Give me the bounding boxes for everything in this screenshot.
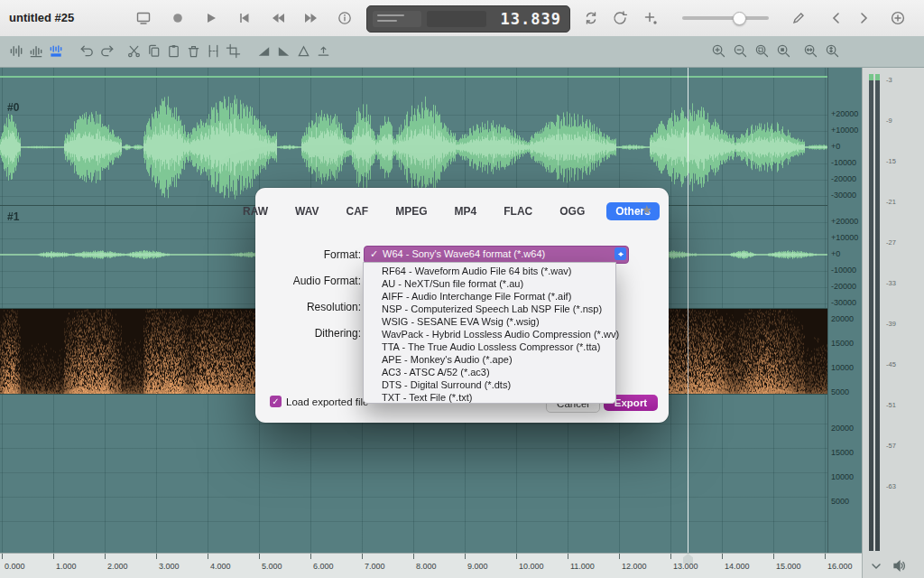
record-button[interactable] xyxy=(170,10,186,26)
meter-scale-label: -3 xyxy=(886,76,892,84)
undo-button[interactable] xyxy=(79,43,95,59)
add-marker-button[interactable] xyxy=(642,10,659,26)
fade-out-button[interactable] xyxy=(276,43,291,59)
check-icon: ✓ xyxy=(272,396,279,406)
add-track-button[interactable] xyxy=(890,10,906,26)
zoom-vertical-button[interactable] xyxy=(825,43,840,59)
rewind-button[interactable] xyxy=(270,10,286,26)
paste-button[interactable] xyxy=(166,43,181,59)
waveform-view-icon xyxy=(9,43,24,59)
trim-button[interactable] xyxy=(206,43,221,59)
repeat-button[interactable] xyxy=(612,10,628,26)
ruler-tick-label: 4.000 xyxy=(210,562,231,571)
zoom-horizontal-icon xyxy=(803,43,818,59)
edit-cursor-button[interactable] xyxy=(790,10,807,26)
amplify-button[interactable] xyxy=(296,43,311,59)
ruler-tick xyxy=(568,554,568,559)
format-option[interactable]: TTA - The True Audio Lossless Compressor… xyxy=(364,340,615,353)
playhead[interactable] xyxy=(688,67,688,553)
format-option[interactable]: NSP - Computerized Speech Lab NSP File (… xyxy=(364,303,615,315)
export-dialog: RAW WAV CAF MPEG MP4 FLAC OGG Others ★ F… xyxy=(255,188,669,423)
delete-button[interactable] xyxy=(186,43,201,59)
ruler-tick xyxy=(310,554,311,559)
lcd-text-bar xyxy=(377,14,404,16)
format-option[interactable]: APE - Monkey's Audio (*.ape) xyxy=(364,353,615,366)
check-icon: ✓ xyxy=(370,247,378,261)
time-display[interactable]: 13.839 xyxy=(366,5,570,33)
tab-wav[interactable]: WAV xyxy=(290,202,324,220)
nav-back-button[interactable] xyxy=(828,10,845,26)
favorite-star-icon[interactable]: ★ xyxy=(641,202,652,217)
ruler-tick xyxy=(722,554,723,559)
meter-scale-label: -57 xyxy=(886,442,896,450)
track-label-1: #1 xyxy=(7,210,19,223)
format-option[interactable]: AIFF - Audio Interchange File Format (*.… xyxy=(364,290,615,303)
lcd-text-bar xyxy=(377,20,397,22)
tab-ogg[interactable]: OGG xyxy=(554,202,590,220)
redo-button[interactable] xyxy=(99,43,115,59)
fade-in-button[interactable] xyxy=(256,43,272,59)
volume-slider[interactable] xyxy=(682,16,769,20)
frequency-grid-track1 xyxy=(0,424,827,523)
format-option[interactable]: TXT - Text File (*.txt) xyxy=(364,391,615,404)
combined-view-button[interactable] xyxy=(49,43,64,59)
nav-forward-button[interactable] xyxy=(855,10,872,26)
crop-button[interactable] xyxy=(226,43,241,59)
volume-slider-thumb[interactable] xyxy=(733,12,746,25)
format-option[interactable]: RF64 - Waveform Audio File 64 bits (*.wa… xyxy=(364,265,615,277)
trim-icon xyxy=(206,43,221,59)
format-option[interactable]: WavPack - Hybrid Lossless Audio Compress… xyxy=(364,328,615,340)
spectrogram-view-icon xyxy=(29,43,44,59)
waveform-view-button[interactable] xyxy=(9,43,24,59)
zoom-horizontal-button[interactable] xyxy=(803,43,818,59)
format-option[interactable]: WSIG - SESANE EVA Wsig (*.wsig) xyxy=(364,315,615,328)
info-button[interactable] xyxy=(337,10,353,26)
normalize-button[interactable] xyxy=(316,43,331,59)
time-ruler[interactable]: 0.000 1.000 2.000 3.000 4.000 5.000 6.00… xyxy=(0,553,862,578)
loop-button[interactable] xyxy=(583,10,599,26)
zoom-in-icon xyxy=(711,43,726,59)
playhead-marker[interactable] xyxy=(683,554,693,564)
skip-to-start-button[interactable] xyxy=(236,10,253,26)
tab-mp4[interactable]: MP4 xyxy=(449,202,483,220)
zoom-in-button[interactable] xyxy=(711,43,726,59)
zoom-selection-button[interactable] xyxy=(754,43,770,59)
format-tabs: RAW WAV CAF MPEG MP4 FLAC OGG Others xyxy=(268,201,629,221)
meter-scale-label: -9 xyxy=(886,117,892,125)
copy-button[interactable] xyxy=(146,43,162,59)
zoom-out-button[interactable] xyxy=(733,43,748,59)
ruler-tick-label: 0.000 xyxy=(5,562,25,571)
axis-label: 15000 xyxy=(831,339,862,348)
tab-mpeg[interactable]: MPEG xyxy=(390,202,432,220)
monitor-view-button[interactable] xyxy=(135,10,152,26)
ruler-tick-label: 10.000 xyxy=(519,562,544,571)
fast-forward-button[interactable] xyxy=(303,10,319,26)
meter-collapse-button[interactable] xyxy=(870,560,882,573)
format-option[interactable]: DTS - Digital Surround (*.dts) xyxy=(364,378,615,391)
combined-view-icon xyxy=(49,43,64,59)
spectrogram-view-button[interactable] xyxy=(29,43,44,59)
load-exported-checkbox[interactable]: ✓ xyxy=(270,396,282,407)
format-option[interactable]: AC3 - ATSC A/52 (*.ac3) xyxy=(364,366,615,378)
play-button[interactable] xyxy=(203,10,219,26)
cut-button[interactable] xyxy=(126,43,142,59)
ruler-tick-label: 9.000 xyxy=(467,562,488,571)
ruler-tick-label: 3.000 xyxy=(159,562,180,571)
track-label-0: #0 xyxy=(7,101,19,114)
tab-raw[interactable]: RAW xyxy=(237,202,273,220)
monitor-volume-button[interactable] xyxy=(892,558,907,573)
record-icon xyxy=(170,10,186,26)
waveform-track-0[interactable] xyxy=(0,68,827,206)
format-popup-button[interactable]: ✓ W64 - Sony's Wave64 format (*.w64) xyxy=(364,246,629,264)
pencil-icon xyxy=(790,10,807,26)
zoom-all-button[interactable] xyxy=(776,43,791,59)
tab-flac[interactable]: FLAC xyxy=(498,202,538,220)
chevron-down-icon xyxy=(870,560,882,573)
repeat-icon xyxy=(612,10,628,26)
format-option[interactable]: AU - NeXT/Sun file format (*.au) xyxy=(364,277,615,290)
ruler-tick-label: 5.000 xyxy=(262,562,282,571)
load-exported-label: Load exported file xyxy=(286,396,368,407)
amplify-icon xyxy=(296,43,311,59)
add-marker-icon xyxy=(642,10,659,26)
tab-caf[interactable]: CAF xyxy=(341,202,374,220)
